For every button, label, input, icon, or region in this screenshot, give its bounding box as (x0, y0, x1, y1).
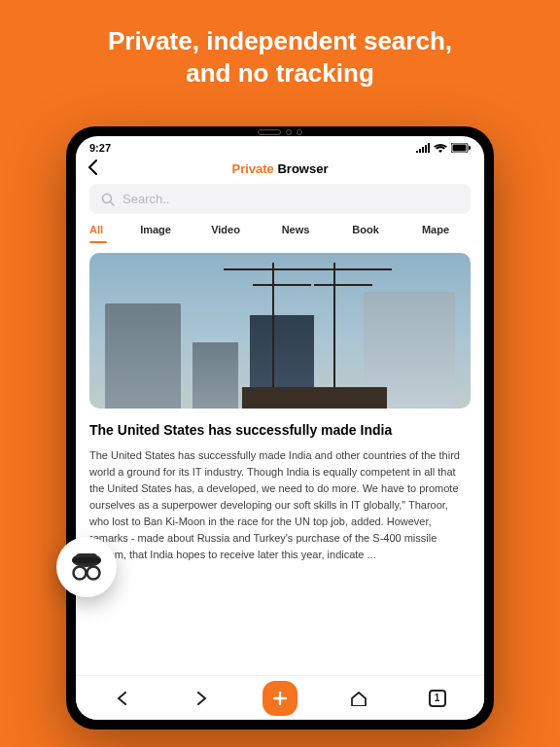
page-title: Private Browser (231, 161, 328, 176)
svg-rect-1 (453, 145, 467, 152)
status-time: 9:27 (89, 142, 111, 154)
tab-news[interactable]: News (261, 224, 331, 243)
chevron-left-icon (88, 160, 99, 175)
marketing-headline: Private, independent search, and no trac… (0, 0, 560, 89)
home-button[interactable] (341, 681, 376, 716)
incognito-icon (67, 548, 106, 587)
incognito-badge (56, 537, 117, 597)
chevron-left-icon (117, 692, 128, 705)
nav-back-button[interactable] (105, 681, 140, 716)
search-icon (101, 193, 115, 206)
signal-icon (416, 143, 430, 153)
screen: 9:27 Private Browser Search.. All Image … (76, 136, 484, 720)
tab-book[interactable]: Book (331, 224, 401, 243)
article-body: The United States has successfully made … (89, 447, 471, 563)
tab-image[interactable]: Image (121, 224, 191, 243)
article: The United States has successfully made … (89, 422, 471, 563)
tab-count: 1 (429, 690, 446, 707)
plus-icon (273, 692, 287, 705)
search-placeholder: Search.. (122, 192, 169, 206)
tabs-button[interactable]: 1 (420, 681, 455, 716)
bottom-nav: 1 (76, 675, 484, 720)
battery-icon (451, 143, 471, 153)
svg-point-9 (88, 567, 100, 580)
svg-point-7 (72, 557, 101, 564)
search-input[interactable]: Search.. (89, 184, 471, 214)
chevron-right-icon (195, 692, 207, 705)
svg-line-4 (111, 201, 115, 205)
content-area[interactable]: The United States has successfully made … (76, 243, 484, 675)
status-indicators (416, 143, 471, 153)
back-button[interactable] (88, 160, 99, 180)
article-image (89, 253, 471, 409)
svg-rect-2 (469, 146, 471, 150)
tablet-frame: 9:27 Private Browser Search.. All Image … (66, 126, 494, 729)
home-icon (350, 691, 368, 706)
category-tabs: All Image Video News Book Mape (76, 224, 484, 243)
svg-point-8 (74, 567, 87, 580)
wifi-icon (434, 143, 447, 153)
status-bar: 9:27 (76, 136, 484, 156)
new-tab-button[interactable] (262, 681, 298, 716)
nav-forward-button[interactable] (184, 681, 219, 716)
tab-video[interactable]: Video (191, 224, 261, 243)
title-bar: Private Browser (76, 156, 484, 184)
tab-all[interactable]: All (89, 224, 121, 243)
article-headline: The United States has successfully made … (89, 422, 471, 438)
tab-mape[interactable]: Mape (401, 224, 471, 243)
device-camera-notch (258, 129, 302, 135)
